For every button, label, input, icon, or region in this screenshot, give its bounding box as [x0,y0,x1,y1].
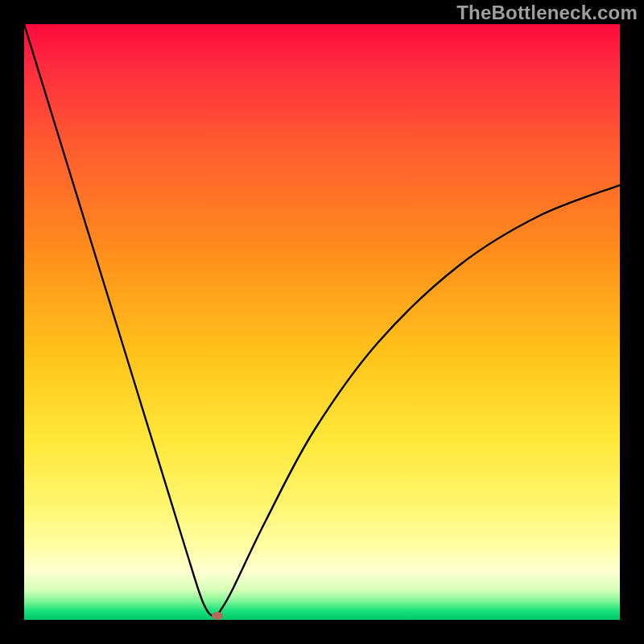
plot-area [24,24,620,620]
chart-frame: TheBottleneck.com [0,0,644,644]
min-point-marker [212,612,223,620]
watermark-text: TheBottleneck.com [456,2,638,24]
curve-svg [24,24,620,620]
bottleneck-curve [24,24,620,617]
